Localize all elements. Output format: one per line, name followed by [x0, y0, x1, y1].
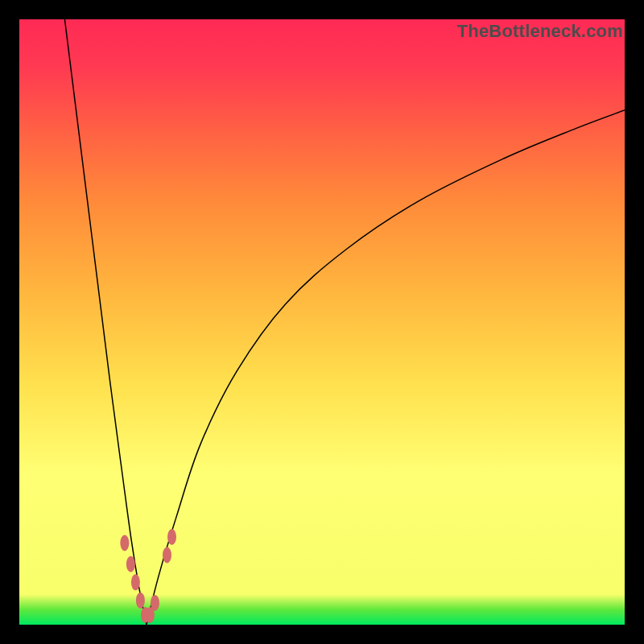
curve-right-rising: [147, 110, 625, 625]
highlight-marker: [163, 547, 171, 564]
highlight-marker: [136, 592, 145, 609]
highlight-marker: [167, 529, 176, 545]
highlight-marker: [151, 595, 159, 611]
highlight-marker: [126, 556, 135, 572]
highlight-marker: [131, 574, 140, 590]
chart-plot: [19, 19, 625, 625]
curve-left-descending: [64, 19, 147, 625]
highlight-marker: [120, 535, 129, 551]
